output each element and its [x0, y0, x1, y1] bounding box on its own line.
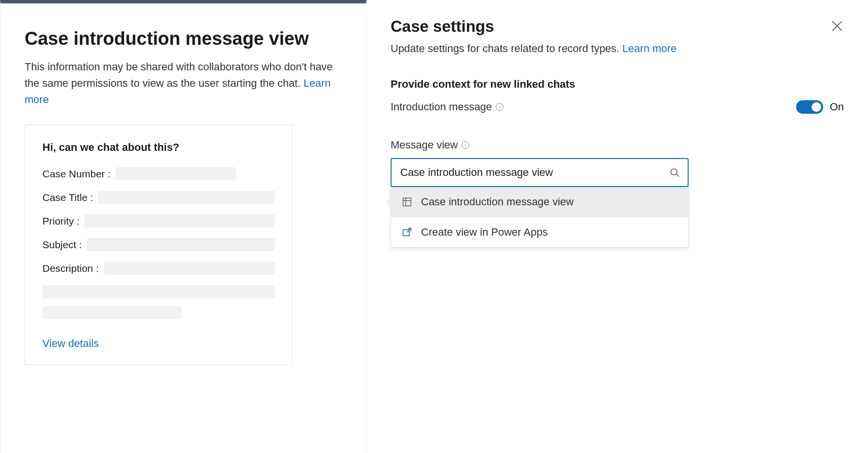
intro-message-setting-row: Introduction message i On	[391, 100, 844, 114]
message-view-label: Message view i	[391, 139, 844, 151]
placeholder-bar	[104, 262, 275, 275]
preview-field-label: Description :	[42, 263, 99, 274]
close-icon	[830, 19, 844, 33]
message-view-input[interactable]	[391, 158, 689, 187]
preview-field-subject: Subject :	[42, 238, 275, 251]
case-settings-description: Update settings for chats related to rec…	[391, 42, 844, 55]
svg-rect-2	[403, 198, 411, 206]
preview-field-case-title: Case Title :	[42, 191, 275, 204]
placeholder-bar	[98, 191, 275, 204]
view-details-link[interactable]: View details	[42, 337, 99, 350]
preview-field-label: Case Title :	[42, 192, 93, 203]
placeholder-bar	[115, 167, 236, 180]
dropdown-notch	[386, 198, 391, 207]
close-button[interactable]	[830, 19, 844, 33]
intro-message-toggle-wrap: On	[796, 100, 844, 114]
intro-message-label: Introduction message i	[391, 101, 503, 113]
case-settings-title: Case settings	[391, 17, 844, 36]
message-view-lookup	[391, 158, 689, 187]
info-icon[interactable]: i	[496, 103, 503, 111]
case-settings-learn-more-link[interactable]: Learn more	[623, 42, 677, 54]
case-settings-desc-text: Update settings for chats related to rec…	[391, 42, 623, 54]
message-preview-heading: Hi, can we chat about this?	[42, 141, 275, 154]
placeholder-bar	[42, 285, 275, 298]
intro-message-toggle[interactable]	[796, 100, 823, 114]
placeholder-bar	[42, 306, 182, 319]
intro-preview-description: This information may be shared with coll…	[25, 59, 342, 108]
intro-message-toggle-state: On	[830, 101, 844, 113]
placeholder-bar	[84, 214, 275, 227]
form-icon	[402, 197, 412, 207]
case-settings-panel: Case settings Update settings for chats …	[366, 0, 868, 453]
message-view-dropdown: Case introduction message view Create vi…	[391, 187, 689, 248]
info-icon[interactable]: i	[461, 141, 469, 149]
preview-field-label: Priority :	[42, 215, 80, 227]
intro-preview-title: Case introduction message view	[25, 28, 342, 49]
message-preview-card: Hi, can we chat about this? Case Number …	[25, 124, 293, 365]
preview-field-priority: Priority :	[42, 214, 275, 227]
context-section-heading: Provide context for new linked chats	[391, 78, 844, 91]
dropdown-option-create-view[interactable]: Create view in Power Apps	[391, 217, 688, 247]
dropdown-option-label: Case introduction message view	[421, 196, 574, 208]
intro-preview-panel: Case introduction message view This info…	[0, 0, 366, 453]
intro-message-label-text: Introduction message	[391, 101, 492, 113]
dropdown-option-existing-view[interactable]: Case introduction message view	[391, 187, 688, 217]
message-view-label-text: Message view	[391, 139, 458, 151]
dropdown-option-label: Create view in Power Apps	[421, 226, 548, 239]
preview-field-label: Subject :	[42, 239, 82, 251]
preview-field-description: Description :	[42, 262, 275, 275]
open-external-icon	[402, 227, 412, 238]
preview-field-case-number: Case Number :	[42, 167, 275, 180]
intro-preview-desc-text: This information may be shared with coll…	[25, 61, 333, 89]
preview-field-label: Case Number :	[42, 168, 110, 180]
placeholder-bar	[87, 238, 275, 251]
app-root: Case introduction message view This info…	[0, 0, 868, 453]
